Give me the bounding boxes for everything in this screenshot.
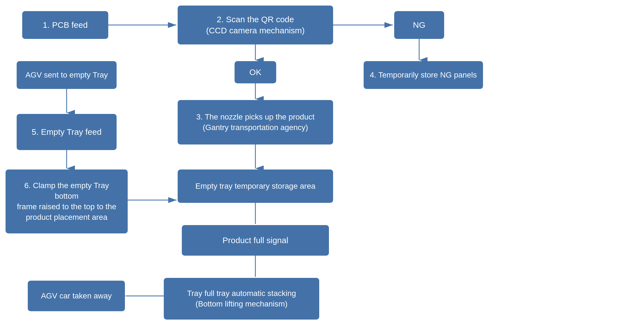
empty-tray-storage-box: Empty tray temporary storage area xyxy=(178,170,333,203)
scan-qr-label: 2. Scan the QR code(CCD camera mechanism… xyxy=(206,14,305,36)
temp-store-ng-label: 4. Temporarily store NG panels xyxy=(370,70,477,80)
agv-taken-away-label: AGV car taken away xyxy=(41,291,112,301)
agv-empty-tray-label: AGV sent to empty Tray xyxy=(25,70,108,80)
ok-box: OK xyxy=(235,61,276,83)
ng-box: NG xyxy=(394,11,444,39)
clamp-empty-tray-box: 6. Clamp the empty Tray bottomframe rais… xyxy=(6,170,128,233)
nozzle-picks-label: 3. The nozzle picks up the product(Gantr… xyxy=(196,112,315,133)
empty-tray-feed-box: 5. Empty Tray feed xyxy=(17,114,117,150)
scan-qr-box: 2. Scan the QR code(CCD camera mechanism… xyxy=(178,6,333,44)
clamp-empty-tray-label: 6. Clamp the empty Tray bottomframe rais… xyxy=(12,180,122,222)
empty-tray-feed-label: 5. Empty Tray feed xyxy=(32,126,102,138)
temp-store-ng-box: 4. Temporarily store NG panels xyxy=(364,61,483,89)
agv-empty-tray-box: AGV sent to empty Tray xyxy=(17,61,117,89)
product-full-signal-label: Product full signal xyxy=(223,235,288,246)
nozzle-picks-box: 3. The nozzle picks up the product(Gantr… xyxy=(178,100,333,144)
product-full-signal-box: Product full signal xyxy=(182,225,329,256)
agv-taken-away-box: AGV car taken away xyxy=(28,281,125,311)
tray-full-stacking-label: Tray full tray automatic stacking(Bottom… xyxy=(187,288,296,309)
flowchart-diagram: 1. PCB feed 2. Scan the QR code(CCD came… xyxy=(0,0,644,329)
arrows-layer xyxy=(0,0,644,329)
empty-tray-storage-label: Empty tray temporary storage area xyxy=(195,181,316,191)
tray-full-stacking-box: Tray full tray automatic stacking(Bottom… xyxy=(164,278,319,320)
pcb-feed-box: 1. PCB feed xyxy=(22,11,108,39)
